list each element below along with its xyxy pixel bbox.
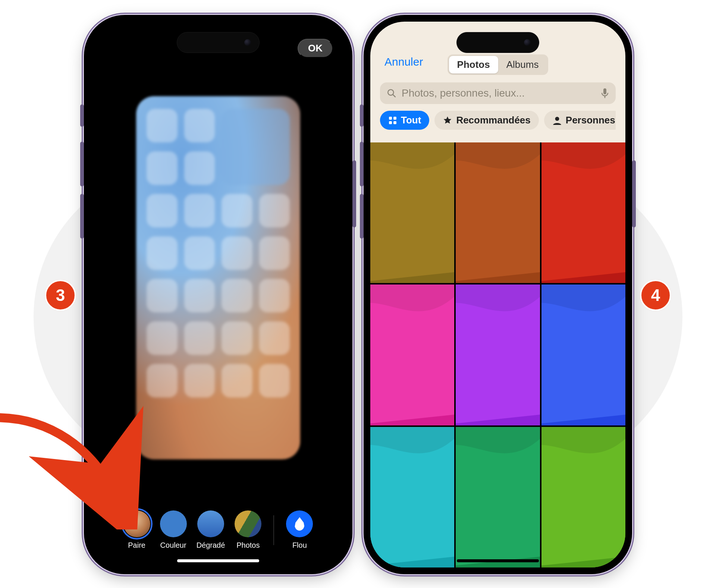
home-indicator[interactable] bbox=[177, 559, 259, 562]
dictation-icon[interactable] bbox=[601, 88, 609, 99]
step-badge-3: 3 bbox=[45, 280, 76, 311]
photo-picker-sheet: Annuler Photos Albums bbox=[370, 22, 625, 567]
degrade-swatch-icon bbox=[197, 510, 224, 537]
chip-label: Tout bbox=[401, 114, 421, 126]
svg-point-8 bbox=[555, 117, 559, 121]
ok-button[interactable]: OK bbox=[298, 39, 333, 58]
segmented-control: Photos Albums bbox=[448, 54, 549, 75]
option-label: Photos bbox=[236, 541, 260, 550]
option-photos[interactable]: Photos bbox=[235, 510, 261, 550]
chip-recommended[interactable]: Recommandées bbox=[434, 111, 538, 130]
option-label: Couleur bbox=[160, 541, 186, 550]
wallpaper-style-options: Paire Couleur Dégradé Photos bbox=[91, 510, 346, 550]
photo-grid bbox=[370, 142, 625, 567]
svg-line-1 bbox=[393, 94, 395, 97]
filter-chips: Tout Recommandées bbox=[380, 111, 616, 130]
svg-rect-4 bbox=[389, 117, 392, 120]
home-screen-grid bbox=[147, 109, 290, 447]
photo-thumbnail[interactable] bbox=[456, 284, 540, 425]
wallpaper-preview[interactable] bbox=[136, 96, 300, 459]
photos-swatch-icon bbox=[235, 510, 261, 537]
cancel-button[interactable]: Annuler bbox=[382, 55, 425, 69]
option-degrade[interactable]: Dégradé bbox=[197, 510, 225, 550]
segment-photos[interactable]: Photos bbox=[449, 56, 498, 73]
phone-right: Annuler Photos Albums bbox=[364, 15, 632, 574]
chip-people[interactable]: Personnes bbox=[544, 111, 616, 130]
photo-thumbnail[interactable] bbox=[541, 427, 625, 567]
option-flou[interactable]: Flou bbox=[286, 510, 313, 550]
grid-icon bbox=[388, 116, 397, 125]
search-input[interactable] bbox=[401, 87, 596, 100]
home-indicator[interactable] bbox=[457, 559, 539, 562]
svg-rect-7 bbox=[393, 121, 396, 124]
dynamic-island bbox=[456, 32, 539, 53]
star-icon bbox=[443, 116, 452, 125]
chip-label: Recommandées bbox=[456, 114, 530, 126]
search-field[interactable] bbox=[380, 82, 616, 104]
segment-albums[interactable]: Albums bbox=[498, 56, 547, 73]
search-icon bbox=[387, 88, 396, 98]
chip-all[interactable]: Tout bbox=[380, 111, 429, 130]
blur-toggle-icon bbox=[286, 510, 313, 537]
photo-thumbnail[interactable] bbox=[370, 427, 454, 567]
dynamic-island bbox=[177, 32, 260, 53]
option-label: Paire bbox=[128, 541, 145, 550]
person-icon bbox=[552, 116, 562, 125]
svg-rect-5 bbox=[393, 117, 396, 120]
photo-thumbnail[interactable] bbox=[456, 427, 540, 567]
chip-label: Personnes bbox=[566, 114, 615, 126]
couleur-swatch-icon bbox=[160, 510, 187, 537]
option-label: Dégradé bbox=[197, 541, 225, 550]
svg-rect-6 bbox=[389, 121, 392, 124]
photo-thumbnail[interactable] bbox=[541, 142, 625, 283]
option-label: Flou bbox=[292, 541, 307, 550]
svg-rect-2 bbox=[603, 88, 606, 94]
options-separator bbox=[273, 515, 274, 545]
photo-thumbnail[interactable] bbox=[541, 284, 625, 425]
step-badge-4: 4 bbox=[640, 280, 671, 311]
paire-swatch-icon bbox=[123, 510, 150, 537]
droplet-icon bbox=[295, 517, 304, 531]
option-couleur[interactable]: Couleur bbox=[160, 510, 187, 550]
photo-thumbnail[interactable] bbox=[370, 284, 454, 425]
option-paire[interactable]: Paire bbox=[123, 510, 150, 550]
phone-left: OK Paire bbox=[84, 15, 352, 574]
photo-thumbnail[interactable] bbox=[456, 142, 540, 283]
photo-thumbnail[interactable] bbox=[370, 142, 454, 283]
